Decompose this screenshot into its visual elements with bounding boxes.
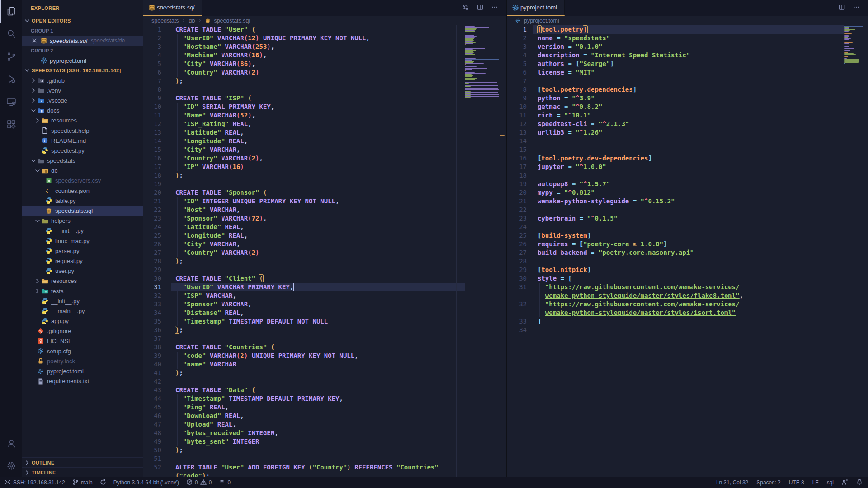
open-editor-item-pyproject.toml[interactable]: pyproject.toml [22,56,143,66]
code-line[interactable]: 1[tool.poetry] [507,25,868,34]
code-line[interactable]: 18); [143,171,506,180]
status-item-ln-31-col-32[interactable]: Ln 31, Col 32 [716,479,748,486]
code-line[interactable]: 24 [507,223,868,231]
code-line[interactable]: 4 "Machine" VARCHAR(16), [143,51,506,60]
code-line[interactable]: 11 "Name" VARCHAR(52), [143,111,506,120]
open-editor-item-speedstats.sql[interactable]: speedstats.sqlspeedstats/db [22,36,143,46]
tree-item-speedservers.csv[interactable]: speedservers.csv [22,176,143,186]
code-line[interactable]: 35 "Timestamp" TIMESTAMP DEFAULT NOT NUL… [143,317,506,326]
tree-item-user.py[interactable]: user.py [22,266,143,276]
code-line[interactable]: 18 [507,171,868,180]
code-line[interactable]: 39 "code" VARCHAR(2) UNIQUE PRIMARY KEY … [143,352,506,360]
breadcrumb-item[interactable]: speedstats.sql [214,18,250,24]
breadcrumb-item[interactable]: db [189,18,195,24]
code-line[interactable]: 45 "Ping" REAL, [143,403,506,412]
code-line[interactable]: 24 "Latitude" REAL, [143,223,506,231]
code-line[interactable]: 19 [143,180,506,188]
code-line[interactable]: 8[tool.poetry.dependencies] [507,85,868,94]
code-line[interactable]: 26requires = ["poetry-core ≥ 1.0.0"] [507,240,868,249]
status-item-ssh-192-168-31-142[interactable]: SSH: 192.168.31.142 [5,479,65,487]
code-line[interactable]: 9CREATE TABLE "ISP" ( [143,94,506,103]
code-line[interactable]: 12 "ISP_Rating" REAL, [143,120,506,128]
code-line[interactable]: 27build-backend = "poetry.core.masonry.a… [507,249,868,257]
code-line[interactable]: 25[build-system] [507,231,868,240]
code-line[interactable]: 42 [143,377,506,386]
tree-item-helpers[interactable]: helpers [22,216,143,226]
code-line[interactable]: 17 "IP" VARCHAR(16) [143,163,506,171]
status-item-python-3-9-4-64-bit-venv-[interactable]: Python 3.9.4 64-bit ('.venv') [113,479,179,486]
code-line[interactable]: 27 "Country" VARCHAR(2) [143,249,506,257]
code-line[interactable]: wemake-python-styleguide/master/styles/i… [507,309,868,317]
code-line[interactable]: 23 "Sponsor" VARCHAR(72), [143,214,506,223]
code-line[interactable]: 22 "Host" VARCHAR, [143,206,506,214]
code-line[interactable]: 8 [143,85,506,94]
tree-item-pyproject.toml[interactable]: pyproject.toml [22,366,143,376]
code-line[interactable]: 7); [143,77,506,85]
code-line[interactable]: 32 "https://raw.githubusercontent.com/we… [507,300,868,309]
code-line[interactable]: 6 "Country" VARCHAR(2) [143,68,506,77]
section-outline[interactable]: OUTLINE [22,457,143,467]
code-line[interactable]: 2name = "speedstats" [507,34,868,42]
code-line[interactable]: 48 "bytes_received" INTEGER, [143,429,506,437]
status-item-0[interactable]: 0 [219,479,231,487]
tree-item-request.py[interactable]: request.py [22,256,143,266]
breadcrumb-item[interactable]: speedstats [151,18,179,24]
tree-item-speedstats[interactable]: speedstats [22,156,143,166]
code-line[interactable]: 19autopep8 = "^1.5.7" [507,180,868,188]
activity-item-extensions[interactable] [0,113,22,136]
activity-item-settings[interactable] [0,455,22,477]
tree-item-speedtest.help[interactable]: speedtest.help [22,126,143,136]
activity-item-files[interactable] [0,0,22,23]
tree-item-docs[interactable]: docs [22,106,143,116]
activity-item-search[interactable] [0,23,22,45]
code-line[interactable]: 28); [143,257,506,266]
status-item-0[interactable]: 00 [186,479,212,487]
code-line[interactable]: 23cyberbrain = "^0.1.5" [507,214,868,223]
code-line[interactable]: 11rich = "^10.1" [507,111,868,120]
code-line[interactable]: 4description = "Internet Speed Statistic… [507,51,868,60]
section-timeline[interactable]: TIMELINE [22,467,143,477]
code-line[interactable]: 32 "ISP" VARCHAR, [143,291,506,300]
code-line[interactable]: 20CREATE TABLE "Sponsor" ( [143,188,506,197]
breadcrumb-item[interactable]: pyproject.toml [524,18,559,24]
code-line[interactable]: 31 "UserID" VARCHAR PRIMARY KEY, [143,283,506,291]
code-line[interactable]: 1CREATE TABLE "User" ( [143,25,506,34]
tree-item-counties.json[interactable]: {..}counties.json [22,186,143,196]
code-line[interactable]: 21 "ID" INTEGER UNIQUE PRIMARY KEY NOT N… [143,197,506,206]
status-item-main[interactable]: main [72,479,93,487]
section-open-editors[interactable]: OPEN EDITORS [22,16,143,26]
tree-item-requirements.txt[interactable]: requirements.txt [22,376,143,386]
tree-item-resources[interactable]: resources [22,116,143,126]
code-line[interactable]: 26 "City" VARCHAR, [143,240,506,249]
code-line[interactable]: 13urllib3 = "^1.26" [507,128,868,137]
code-line[interactable]: 30CREATE TABLE "Client" ( [143,274,506,283]
status-item-lf[interactable]: LF [812,479,819,486]
code-line[interactable]: 9python = "^3.9" [507,94,868,103]
tree-item-.venv[interactable]: .venv [22,85,143,95]
code-line[interactable]: 14 "Longitude" REAL, [143,137,506,145]
code-line[interactable]: 40 "name" VARCHAR [143,360,506,369]
status-item-spaces-2[interactable]: Spaces: 2 [756,479,780,486]
tree-item-parser.py[interactable]: parser.py [22,246,143,256]
status-item-sql[interactable]: sql [827,479,834,486]
status-item-sync[interactable] [100,479,106,487]
tree-item-speedtest.py[interactable]: speedtest.py [22,145,143,155]
activity-item-scm[interactable] [0,45,22,68]
code-line[interactable]: 37 [143,334,506,343]
code-line[interactable]: 17jupyter = "^1.0.0" [507,163,868,171]
tree-item-linux_mac.py[interactable]: linux_mac.py [22,236,143,246]
tree-item-db[interactable]: db [22,166,143,176]
action-split-icon[interactable] [838,4,845,13]
tree-item-resources[interactable]: resources [22,276,143,286]
code-line[interactable]: 31 "https://raw.githubusercontent.com/we… [507,283,868,291]
tab-pyproject.toml[interactable]: pyproject.toml [507,0,565,16]
minimap[interactable] [465,26,499,99]
code-line[interactable]: 14 [507,137,868,145]
status-item-utf-8[interactable]: UTF-8 [789,479,804,486]
code-line[interactable]: 10 "ID" SERIAL PRIMARY KEY, [143,103,506,111]
code-line[interactable]: 33 "Sponsor" VARCHAR, [143,300,506,309]
code-line[interactable]: 50); [143,446,506,455]
code-line[interactable]: 44 "Timestamp" TIMESTAMP DEFAULT PRIMARY… [143,394,506,403]
code-line[interactable]: 22 [507,206,868,214]
action-split-icon[interactable] [476,4,484,13]
